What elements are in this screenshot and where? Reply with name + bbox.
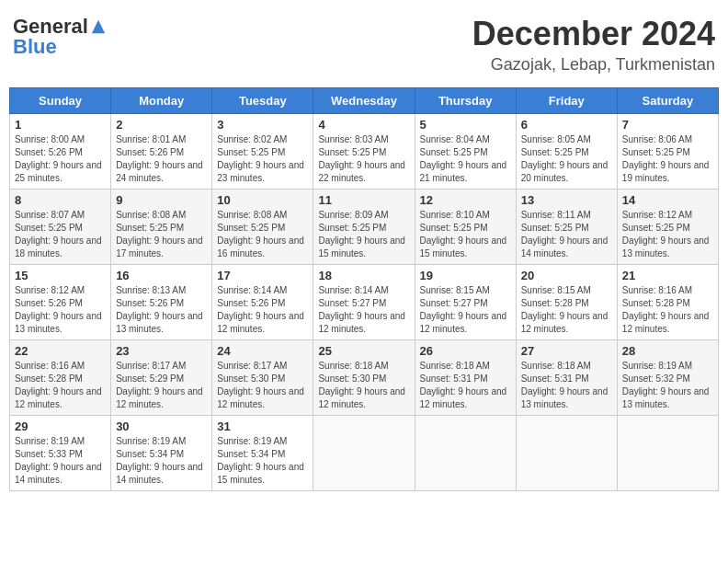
day-number: 6 [521,118,612,132]
day-info: Sunrise: 8:14 AMSunset: 5:26 PMDaylight:… [217,284,308,336]
calendar-cell: 5Sunrise: 8:04 AMSunset: 5:25 PMDaylight… [415,114,516,190]
calendar-cell: 21Sunrise: 8:16 AMSunset: 5:28 PMDayligh… [617,265,718,340]
day-number: 9 [116,193,207,207]
day-info: Sunrise: 8:14 AMSunset: 5:27 PMDaylight:… [318,284,409,336]
calendar-week-row: 22Sunrise: 8:16 AMSunset: 5:28 PMDayligh… [10,340,719,416]
calendar-cell [313,416,415,491]
day-number: 20 [521,269,612,282]
calendar-cell: 10Sunrise: 8:08 AMSunset: 5:25 PMDayligh… [212,190,313,265]
day-number: 13 [521,193,612,207]
calendar-cell: 1Sunrise: 8:00 AMSunset: 5:26 PMDaylight… [10,114,111,190]
day-info: Sunrise: 8:18 AMSunset: 5:30 PMDaylight:… [318,360,409,411]
day-info: Sunrise: 8:18 AMSunset: 5:31 PMDaylight:… [420,360,511,411]
day-number: 23 [116,344,207,358]
calendar-header-row: SundayMondayTuesdayWednesdayThursdayFrid… [10,88,719,114]
day-number: 31 [217,419,308,433]
day-number: 10 [217,193,308,207]
day-number: 18 [318,269,409,282]
day-info: Sunrise: 8:15 AMSunset: 5:28 PMDaylight:… [521,284,612,336]
day-info: Sunrise: 8:16 AMSunset: 5:28 PMDaylight:… [622,284,713,336]
day-info: Sunrise: 8:19 AMSunset: 5:34 PMDaylight:… [217,435,308,487]
day-info: Sunrise: 8:16 AMSunset: 5:28 PMDaylight:… [15,360,106,411]
day-info: Sunrise: 8:12 AMSunset: 5:25 PMDaylight:… [622,209,713,260]
day-number: 7 [622,118,713,132]
calendar-table: SundayMondayTuesdayWednesdayThursdayFrid… [9,87,719,491]
calendar-week-row: 8Sunrise: 8:07 AMSunset: 5:25 PMDaylight… [10,190,719,265]
day-info: Sunrise: 8:17 AMSunset: 5:30 PMDaylight:… [217,360,308,411]
logo: General Blue [13,15,107,59]
calendar-cell: 15Sunrise: 8:12 AMSunset: 5:26 PMDayligh… [10,265,111,340]
day-info: Sunrise: 8:08 AMSunset: 5:25 PMDaylight:… [116,209,207,260]
svg-marker-0 [92,20,105,33]
calendar-cell: 18Sunrise: 8:14 AMSunset: 5:27 PMDayligh… [313,265,415,340]
day-info: Sunrise: 8:09 AMSunset: 5:25 PMDaylight:… [318,209,409,260]
day-number: 24 [217,344,308,358]
day-header-saturday: Saturday [617,88,718,114]
calendar-cell: 28Sunrise: 8:19 AMSunset: 5:32 PMDayligh… [617,340,718,416]
calendar-cell [516,416,617,491]
logo-icon [90,18,107,35]
calendar-cell: 20Sunrise: 8:15 AMSunset: 5:28 PMDayligh… [516,265,617,340]
calendar-cell: 8Sunrise: 8:07 AMSunset: 5:25 PMDaylight… [10,190,111,265]
day-info: Sunrise: 8:03 AMSunset: 5:25 PMDaylight:… [318,133,409,185]
month-title: December 2024 [472,15,715,53]
day-number: 12 [420,193,511,207]
day-number: 21 [622,269,713,282]
day-info: Sunrise: 8:15 AMSunset: 5:27 PMDaylight:… [420,284,511,336]
calendar-cell [617,416,718,491]
calendar-cell: 3Sunrise: 8:02 AMSunset: 5:25 PMDaylight… [212,114,313,190]
calendar-cell: 19Sunrise: 8:15 AMSunset: 5:27 PMDayligh… [415,265,516,340]
calendar-cell: 24Sunrise: 8:17 AMSunset: 5:30 PMDayligh… [212,340,313,416]
day-info: Sunrise: 8:07 AMSunset: 5:25 PMDaylight:… [15,209,106,260]
calendar-cell [415,416,516,491]
calendar-cell: 26Sunrise: 8:18 AMSunset: 5:31 PMDayligh… [415,340,516,416]
day-info: Sunrise: 8:19 AMSunset: 5:34 PMDaylight:… [116,435,207,487]
calendar-cell: 30Sunrise: 8:19 AMSunset: 5:34 PMDayligh… [111,416,212,491]
day-number: 28 [622,344,713,358]
day-info: Sunrise: 8:19 AMSunset: 5:32 PMDaylight:… [622,360,713,411]
calendar-cell: 29Sunrise: 8:19 AMSunset: 5:33 PMDayligh… [10,416,111,491]
day-header-thursday: Thursday [415,88,516,114]
day-info: Sunrise: 8:19 AMSunset: 5:33 PMDaylight:… [15,435,106,487]
day-number: 22 [15,344,106,358]
day-info: Sunrise: 8:04 AMSunset: 5:25 PMDaylight:… [420,133,511,185]
calendar-week-row: 15Sunrise: 8:12 AMSunset: 5:26 PMDayligh… [10,265,719,340]
calendar-cell: 12Sunrise: 8:10 AMSunset: 5:25 PMDayligh… [415,190,516,265]
day-header-tuesday: Tuesday [212,88,313,114]
day-number: 4 [318,118,409,132]
day-number: 2 [116,118,207,132]
day-number: 17 [217,269,308,282]
day-header-monday: Monday [111,88,212,114]
day-number: 15 [15,269,106,282]
day-info: Sunrise: 8:13 AMSunset: 5:26 PMDaylight:… [116,284,207,336]
day-header-friday: Friday [516,88,617,114]
title-section: December 2024 Gazojak, Lebap, Turkmenist… [472,15,715,75]
location-subtitle: Gazojak, Lebap, Turkmenistan [472,55,715,75]
day-number: 16 [116,269,207,282]
calendar-cell: 14Sunrise: 8:12 AMSunset: 5:25 PMDayligh… [617,190,718,265]
day-info: Sunrise: 8:01 AMSunset: 5:26 PMDaylight:… [116,133,207,185]
logo-blue-text: Blue [13,35,57,59]
calendar-cell: 2Sunrise: 8:01 AMSunset: 5:26 PMDaylight… [111,114,212,190]
day-number: 5 [420,118,511,132]
calendar-cell: 11Sunrise: 8:09 AMSunset: 5:25 PMDayligh… [313,190,415,265]
day-info: Sunrise: 8:02 AMSunset: 5:25 PMDaylight:… [217,133,308,185]
day-number: 29 [15,419,106,433]
day-info: Sunrise: 8:12 AMSunset: 5:26 PMDaylight:… [15,284,106,336]
calendar-cell: 23Sunrise: 8:17 AMSunset: 5:29 PMDayligh… [111,340,212,416]
day-number: 3 [217,118,308,132]
day-info: Sunrise: 8:17 AMSunset: 5:29 PMDaylight:… [116,360,207,411]
calendar-cell: 9Sunrise: 8:08 AMSunset: 5:25 PMDaylight… [111,190,212,265]
day-info: Sunrise: 8:10 AMSunset: 5:25 PMDaylight:… [420,209,511,260]
calendar-cell: 4Sunrise: 8:03 AMSunset: 5:25 PMDaylight… [313,114,415,190]
calendar-cell: 7Sunrise: 8:06 AMSunset: 5:25 PMDaylight… [617,114,718,190]
calendar-cell: 25Sunrise: 8:18 AMSunset: 5:30 PMDayligh… [313,340,415,416]
day-number: 11 [318,193,409,207]
calendar-cell: 31Sunrise: 8:19 AMSunset: 5:34 PMDayligh… [212,416,313,491]
day-number: 26 [420,344,511,358]
day-number: 1 [15,118,106,132]
day-number: 14 [622,193,713,207]
day-info: Sunrise: 8:08 AMSunset: 5:25 PMDaylight:… [217,209,308,260]
day-number: 30 [116,419,207,433]
day-number: 19 [420,269,511,282]
